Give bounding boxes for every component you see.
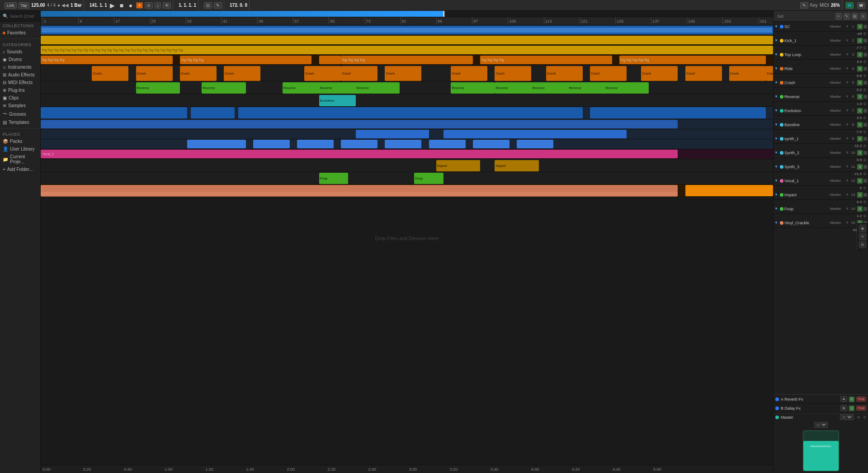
synth2-arrow[interactable]: ▼ <box>845 151 849 155</box>
sidebar-item-favorites[interactable]: Favorites <box>0 29 40 37</box>
sidebar-item-instruments[interactable]: ♫ Instruments <box>0 63 40 71</box>
crash-clip-11[interactable]: Crash <box>590 66 627 81</box>
ride-collapse[interactable]: ▼ <box>774 66 778 71</box>
crash-clip-2[interactable]: Crash <box>136 66 173 81</box>
crash-clip-6[interactable]: Crash <box>341 66 377 81</box>
impact-arrow[interactable]: ▼ <box>845 193 849 197</box>
bassline-m-btn[interactable] <box>863 123 867 127</box>
crash-clip-14[interactable]: Crash <box>729 66 766 81</box>
sidebar-item-sounds[interactable]: ♪ Sounds <box>0 48 40 56</box>
toploop-m-btn[interactable] <box>863 53 867 57</box>
crash-clip-9[interactable]: Crash <box>495 66 531 81</box>
impact-clip-2[interactable]: Impact <box>495 160 538 171</box>
progress-bar[interactable] <box>41 11 773 17</box>
reverse-collapse[interactable]: ▼ <box>774 95 778 99</box>
ride-m-btn[interactable] <box>863 67 867 71</box>
master-out-2[interactable]: 1/2 <box>814 422 828 428</box>
sidebar-item-packs[interactable]: 📦 Packs <box>0 137 40 145</box>
overdub-button[interactable]: ⊙ <box>145 2 153 9</box>
vocal-arrow[interactable]: ▼ <box>845 179 849 183</box>
sc-collapse[interactable]: ▼ <box>774 24 778 28</box>
synth3-arrow[interactable]: ▼ <box>845 165 849 169</box>
synth3-s-btn[interactable]: S <box>857 164 863 170</box>
synth3-collapse[interactable]: ▼ <box>774 165 778 169</box>
sc-arrow[interactable]: ▼ <box>845 24 849 28</box>
reverse-clip-6[interactable]: Reverse <box>451 82 495 94</box>
stop-button[interactable]: ■ <box>118 2 125 9</box>
bassline-arrow[interactable]: ▼ <box>845 123 849 127</box>
impact-clip-1[interactable]: Impact <box>436 160 480 171</box>
bassline-collapse[interactable]: ▼ <box>774 123 778 127</box>
crash-clip-10[interactable]: Crash <box>546 66 583 81</box>
sidebar-item-samples[interactable]: ≋ Samples <box>0 102 40 109</box>
kick-s-btn[interactable]: S <box>857 38 863 43</box>
ride-arrow[interactable]: ▼ <box>845 66 849 71</box>
synth1-s-btn[interactable]: S <box>857 136 863 142</box>
kick-arrow[interactable]: ▼ <box>845 38 849 43</box>
follow-button[interactable]: ⟲ <box>163 2 171 9</box>
send-b-btn[interactable]: B <box>840 405 847 411</box>
search-bar[interactable]: 🔍 Search (Cmd <box>0 11 40 22</box>
kick-m-btn[interactable] <box>863 39 867 43</box>
record-button[interactable]: ● <box>127 2 134 9</box>
master-fader[interactable] <box>803 430 839 471</box>
sidebar-item-grooves[interactable]: 〜 Grooves <box>0 109 40 118</box>
sidebar-item-audio-effects[interactable]: ⊞ Audio Effects <box>0 71 40 79</box>
synth2-m-btn[interactable] <box>863 151 867 155</box>
vocal-m-btn[interactable] <box>863 179 867 183</box>
sidebar-item-user-library[interactable]: 👤 User Library <box>0 145 40 153</box>
sidebar-item-current-project[interactable]: 📁 Current Proje... <box>0 153 40 166</box>
synth1-arrow[interactable]: ▼ <box>845 137 849 141</box>
synth2-s-btn[interactable]: S <box>857 150 863 156</box>
crash-clip-3[interactable]: Crash <box>180 66 217 81</box>
impact-collapse[interactable]: ▼ <box>774 193 778 197</box>
edit-button[interactable]: ✎ <box>800 2 808 9</box>
reverse-clip-1[interactable]: Reverse <box>136 82 180 94</box>
vocal-s-btn[interactable]: S <box>857 178 863 184</box>
crash-clip-13[interactable]: Crash <box>685 66 722 81</box>
mini-icon-3[interactable]: ⊞ <box>859 241 866 248</box>
ride-s-btn[interactable]: S <box>857 66 863 71</box>
crash-clip-1[interactable]: Crash <box>92 66 128 81</box>
evolution-clip-1[interactable]: Evolution <box>319 95 356 106</box>
send-a-btn[interactable]: A <box>840 396 847 402</box>
mixer-scroll[interactable]: ▼ SC Master ▼ 1 S -inf C ▼ Kick_1 Master… <box>774 22 868 394</box>
bassline-s-btn[interactable]: S <box>857 122 863 128</box>
reverse-arrow[interactable]: ▼ <box>845 95 849 99</box>
fxup-clip-1[interactable]: Fxup <box>319 173 349 184</box>
sc-s-btn[interactable]: S <box>857 24 863 29</box>
fxup-m-btn[interactable] <box>863 207 867 211</box>
toploop-collapse[interactable]: ▼ <box>774 52 778 57</box>
sidebar-item-add-folder[interactable]: + Add Folder... <box>0 166 40 173</box>
sidebar-item-midi-effects[interactable]: ⊟ MIDI Effects <box>0 79 40 86</box>
evolution-s-btn[interactable]: S <box>857 108 863 114</box>
tap-button[interactable]: Tap <box>19 2 30 9</box>
master-out-1[interactable]: 1/2 <box>840 414 854 420</box>
reverse-clip-10[interactable]: Reverse <box>604 82 648 94</box>
fxup-arrow[interactable]: ▼ <box>845 207 849 211</box>
vocal-collapse[interactable]: ▼ <box>774 179 778 183</box>
rph-btn-2[interactable]: ✎ <box>844 13 850 19</box>
crash-collapse[interactable]: ▼ <box>774 80 778 85</box>
synth2-collapse[interactable]: ▼ <box>774 151 778 155</box>
fxup-s-btn[interactable]: S <box>857 206 863 212</box>
impact-m-btn[interactable] <box>863 193 867 197</box>
metronome-button[interactable]: ♩ <box>155 2 161 9</box>
link-button[interactable]: Link <box>5 2 17 9</box>
fxup-collapse[interactable]: ▼ <box>774 207 778 211</box>
crash-clip-15[interactable]: Crash <box>766 66 773 81</box>
toploop-arrow[interactable]: ▼ <box>845 52 849 57</box>
impact-s-btn[interactable]: S <box>857 192 863 198</box>
reverse-m-btn[interactable] <box>863 95 867 99</box>
crash-clip-5[interactable]: Crash <box>304 66 341 81</box>
send-b-s-btn[interactable]: S <box>849 406 854 411</box>
crash-clip-4[interactable]: Crash <box>224 66 260 81</box>
evolution-arrow[interactable]: ▼ <box>845 109 849 113</box>
send-a-s-btn[interactable]: S <box>849 397 854 402</box>
kick-collapse[interactable]: ▼ <box>774 38 778 43</box>
sidebar-item-drums[interactable]: ◉ Drums <box>0 56 40 63</box>
arrangement-record-button[interactable]: + <box>136 2 143 9</box>
vinyl-arrow[interactable]: ▼ <box>845 221 849 225</box>
crash-s-btn[interactable]: S <box>857 80 863 85</box>
loop-button[interactable]: ⊡ <box>204 2 212 9</box>
